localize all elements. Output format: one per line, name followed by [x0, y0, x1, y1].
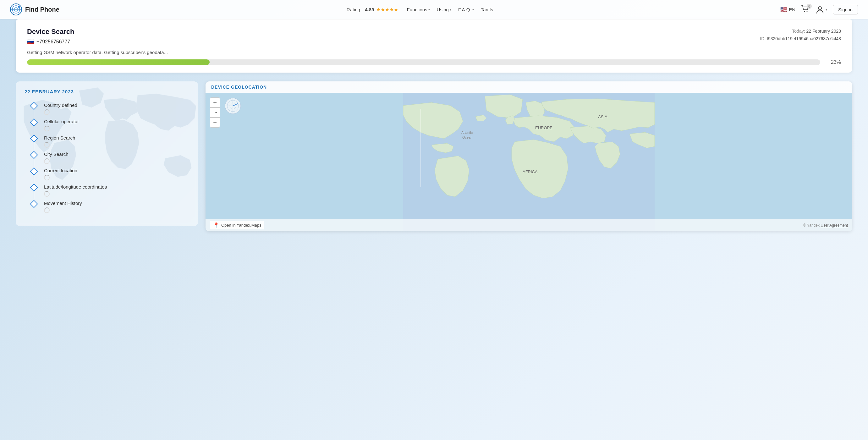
- nav-tariffs[interactable]: Tariffs: [481, 7, 493, 12]
- phone-row: 🇷🇺 +79256756777: [27, 38, 74, 45]
- loading-spinner-icon: [44, 175, 50, 180]
- timeline-diamond-icon: [30, 200, 38, 208]
- svg-point-8: [818, 7, 822, 10]
- svg-text:Atlantic: Atlantic: [461, 131, 473, 134]
- svg-point-7: [807, 11, 808, 12]
- geolocation-section-title: DEVICE GEOLOCATION: [206, 82, 852, 93]
- timeline-diamond-icon: [30, 151, 38, 159]
- loading-spinner-icon: [44, 208, 50, 213]
- timeline-item: Country defined: [28, 101, 189, 118]
- chevron-down-icon: ▾: [428, 8, 430, 11]
- user-agreement-link[interactable]: User Agreement: [820, 223, 848, 227]
- chevron-down-icon: ▾: [826, 8, 827, 11]
- open-yandex-button[interactable]: 📍 Open in Yandex.Maps: [210, 221, 264, 229]
- header-center: Rating - 4.89 ★★★★★ Functions ▾ Using ▾ …: [347, 7, 493, 12]
- russia-flag-icon: 🇷🇺: [27, 38, 34, 45]
- cart-button[interactable]: 0: [801, 5, 810, 14]
- timeline-label: Region Search: [44, 135, 75, 140]
- map-pin-icon: 📍: [213, 222, 219, 228]
- timeline-left: [28, 150, 40, 166]
- timeline-right: Latitude/longitude coordinates: [40, 183, 107, 197]
- loading-spinner-icon: [44, 191, 50, 197]
- svg-text:Ocean: Ocean: [462, 135, 472, 139]
- status-message: Getting GSM network operator data. Getti…: [27, 50, 841, 55]
- left-panel: 22 FEBRUARY 2023 Country defined: [16, 82, 198, 226]
- map-radar: [224, 97, 241, 115]
- timeline-right: Current location: [40, 166, 77, 180]
- section-date: 22 FEBRUARY 2023: [25, 89, 189, 94]
- timeline-right: Region Search: [40, 134, 75, 148]
- timeline-right: Cellular operator: [40, 118, 79, 131]
- timeline-connector: [34, 142, 34, 150]
- zoom-out-button[interactable]: −: [210, 118, 220, 128]
- language-selector[interactable]: 🇺🇸 EN: [780, 6, 796, 13]
- timeline-right: Country defined: [40, 101, 77, 115]
- progress-percent: 23%: [826, 59, 841, 65]
- open-yandex-label: Open in Yandex.Maps: [221, 223, 261, 227]
- phone-number: +79256756777: [36, 39, 70, 44]
- map-svg: EUROPE ASIA AFRICA Atlantic Ocean: [206, 93, 852, 231]
- timeline-label: Country defined: [44, 102, 77, 108]
- map-container: EUROPE ASIA AFRICA Atlantic Ocean + ⋯ −: [206, 93, 852, 231]
- rating-label: Rating -: [347, 7, 363, 12]
- timeline-item: Latitude/longitude coordinates: [28, 183, 189, 199]
- timeline-right: City Search: [40, 150, 68, 164]
- flag-icon: 🇺🇸: [780, 6, 787, 13]
- map-footer: 📍 Open in Yandex.Maps © Yandex User Agre…: [206, 219, 852, 231]
- left-panel-content: 22 FEBRUARY 2023 Country defined: [25, 89, 189, 216]
- radar-icon: [224, 97, 241, 115]
- id-value: f9320dbb119ef19946aa027687c6cf48: [767, 36, 841, 41]
- nav-faq[interactable]: F.A.Q. ▾: [458, 7, 474, 12]
- device-search-card: Device Search 🇷🇺 +79256756777 Today: 22 …: [16, 19, 852, 72]
- timeline-connector: [34, 174, 34, 183]
- chevron-down-icon: ▾: [450, 8, 451, 11]
- timeline-left: [28, 101, 40, 118]
- timeline-label: Current location: [44, 168, 77, 173]
- svg-text:AFRICA: AFRICA: [523, 169, 538, 174]
- rating-value: 4.89: [365, 7, 374, 12]
- cart-count: 0: [807, 4, 812, 9]
- id-row: ID: f9320dbb119ef19946aa027687c6cf48: [760, 35, 841, 43]
- timeline-diamond-icon: [30, 118, 38, 126]
- sign-in-button[interactable]: Sign in: [833, 5, 858, 14]
- date-value: 22 February 2023: [806, 29, 841, 34]
- nav-links: Functions ▾ Using ▾ F.A.Q. ▾ Tariffs: [407, 7, 493, 12]
- timeline-item: Region Search: [28, 134, 189, 150]
- chevron-down-icon: ▾: [472, 8, 474, 11]
- map-copyright: © Yandex User Agreement: [803, 223, 848, 227]
- nav-functions[interactable]: Functions ▾: [407, 7, 430, 12]
- site-title: Find Phone: [25, 6, 59, 13]
- zoom-in-button[interactable]: +: [210, 97, 220, 107]
- loading-spinner-icon: [44, 126, 50, 131]
- timeline-diamond-icon: [30, 102, 38, 110]
- timeline-left: [28, 118, 40, 134]
- timeline: Country defined Cellular operator: [25, 101, 189, 216]
- timeline-right: Movement History: [40, 199, 82, 213]
- timeline-connector: [34, 109, 34, 118]
- device-search-top: Device Search 🇷🇺 +79256756777 Today: 22 …: [27, 28, 841, 45]
- main-content: Device Search 🇷🇺 +79256756777 Today: 22 …: [0, 19, 868, 244]
- progress-bar-background: [27, 59, 820, 65]
- device-search-title: Device Search: [27, 28, 74, 36]
- timeline-diamond-icon: [30, 134, 38, 143]
- loading-spinner-icon: [44, 109, 50, 115]
- timeline-item: Current location: [28, 166, 189, 183]
- map-controls: + ⋯ −: [210, 97, 220, 128]
- timeline-connector: [34, 158, 34, 166]
- lang-label: EN: [789, 7, 796, 12]
- timeline-label: Cellular operator: [44, 119, 79, 124]
- timeline-left: [28, 134, 40, 150]
- date-row: Today: 22 February 2023: [760, 28, 841, 35]
- logo-icon: [10, 3, 22, 15]
- svg-text:ASIA: ASIA: [598, 115, 608, 119]
- user-account-button[interactable]: ▾: [815, 5, 827, 14]
- header-right: 🇺🇸 EN 0 ▾ Sign in: [780, 5, 858, 14]
- timeline-diamond-icon: [30, 184, 38, 191]
- timeline-label: Latitude/longitude coordinates: [44, 184, 107, 190]
- progress-row: 23%: [27, 59, 841, 65]
- timeline-item: Movement History: [28, 199, 189, 216]
- right-panel: DEVICE GEOLOCATION: [206, 82, 852, 231]
- loading-spinner-icon: [44, 142, 50, 148]
- nav-using[interactable]: Using ▾: [437, 7, 451, 12]
- map-view-toggle[interactable]: ⋯: [210, 107, 220, 118]
